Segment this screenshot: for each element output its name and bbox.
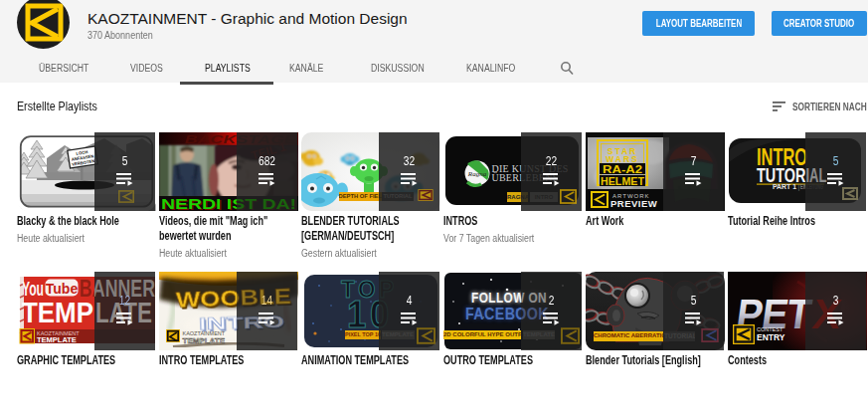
svg-text:NERDI IST DA!: NERDI IST DA! <box>161 196 296 212</box>
svg-text:PET: PET <box>734 291 815 337</box>
svg-text:Ragna: Ragna <box>467 170 487 178</box>
